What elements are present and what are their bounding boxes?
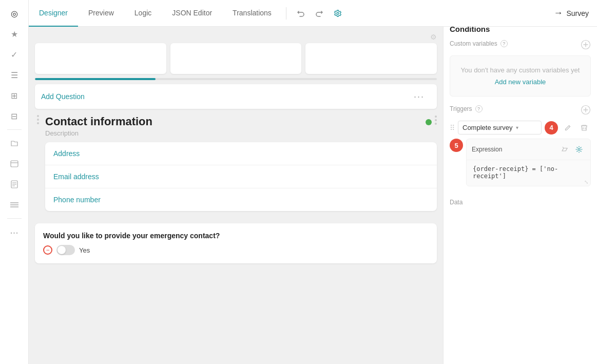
expression-row: 5 Expression {order-receipt} = ['no-rece… xyxy=(450,139,591,190)
resize-handle[interactable]: ⤡ xyxy=(584,179,588,185)
sidebar-icon-star[interactable]: ★ xyxy=(5,25,24,43)
redo-button[interactable] xyxy=(311,5,328,22)
section-more-icon[interactable] xyxy=(435,116,437,125)
trigger-edit-icon[interactable] xyxy=(561,121,574,135)
dot xyxy=(435,116,437,118)
canvas-cards-row xyxy=(35,43,437,74)
sidebar-icon-grid[interactable]: ⊞ xyxy=(5,86,24,105)
right-panel-body: Conditions Custom variables ? You don't … xyxy=(444,18,597,364)
add-question-button[interactable]: Add Question xyxy=(41,92,85,101)
dot xyxy=(435,123,437,125)
tab-preview[interactable]: Preview xyxy=(78,0,124,27)
toggle-knob xyxy=(57,246,66,254)
trigger-option-label: Complete survey xyxy=(463,124,513,131)
dot xyxy=(435,119,437,121)
nav-actions xyxy=(293,5,346,22)
sidebar-icon-doc[interactable] xyxy=(5,175,24,194)
step5-badge: 5 xyxy=(450,139,463,152)
expression-header: Expression xyxy=(467,139,590,160)
sidebar-icon-check[interactable]: ✓ xyxy=(5,45,24,64)
expression-action-buttons xyxy=(559,143,585,156)
section-description: Description xyxy=(45,129,152,137)
progress-bar-fill xyxy=(35,78,156,80)
add-question-row: Add Question ··· xyxy=(35,91,437,102)
expression-area: Expression {order-receipt} = ['no-receip… xyxy=(466,139,591,186)
section-header: Contact information Description xyxy=(45,115,437,137)
yes-toggle[interactable] xyxy=(56,245,75,255)
custom-variables-help-icon[interactable]: ? xyxy=(500,40,508,47)
trigger-chevron-icon: ▾ xyxy=(516,125,518,130)
section-drag-handle[interactable] xyxy=(35,115,41,217)
form-fields-section: Address Email address Phone number xyxy=(45,142,437,211)
add-new-variable-link[interactable]: Add new variable xyxy=(458,78,582,86)
drag-dot xyxy=(37,119,39,121)
section-status-indicator xyxy=(426,119,432,125)
tab-logic[interactable]: Logic xyxy=(124,0,162,27)
expression-label: Expression xyxy=(472,146,502,153)
canvas-card-3 xyxy=(305,43,437,74)
yes-option-row: − Yes xyxy=(43,245,429,255)
tab-json-editor[interactable]: JSON Editor xyxy=(162,0,222,27)
step4-badge: 4 xyxy=(545,121,558,135)
add-variable-icon-btn[interactable] xyxy=(581,40,591,51)
section-area: Contact information Description Address … xyxy=(35,115,437,217)
main-canvas: ⚙ Add Question ··· Contact information D… xyxy=(29,27,443,364)
left-sidebar: ◎ ★ ✓ ☰ ⊞ ⊟ ··· xyxy=(0,0,29,364)
drag-dot xyxy=(37,115,39,117)
bottom-question-text: Would you like to provide your emergency… xyxy=(43,232,429,240)
sidebar-icon-folder[interactable] xyxy=(5,134,24,152)
bottom-question-section: Would you like to provide your emergency… xyxy=(35,223,437,263)
add-question-bar: Add Question ··· xyxy=(35,84,437,109)
undo-button[interactable] xyxy=(293,5,309,22)
nav-right: → Survey xyxy=(550,5,597,22)
field-phone[interactable]: Phone number xyxy=(45,188,437,211)
right-panel: Conditions Custom variables ? You don't … xyxy=(443,0,597,364)
expression-gear-icon[interactable] xyxy=(573,143,585,156)
trigger-select[interactable]: Complete survey ▾ xyxy=(458,121,542,135)
sidebar-icon-target[interactable]: ◎ xyxy=(5,4,24,23)
trigger-drag-handle[interactable]: ⠿ xyxy=(450,124,455,132)
tab-translations[interactable]: Translations xyxy=(222,0,282,27)
data-section-label: Data xyxy=(450,195,591,206)
sidebar-divider-1 xyxy=(7,129,22,130)
settings-button[interactable] xyxy=(330,5,346,22)
yes-label: Yes xyxy=(79,246,90,254)
canvas-card-2 xyxy=(170,43,302,74)
sidebar-icon-card[interactable] xyxy=(5,155,24,173)
survey-label: Survey xyxy=(566,9,589,17)
svg-rect-0 xyxy=(11,161,18,167)
triggers-help-icon[interactable]: ? xyxy=(475,105,483,112)
canvas-gear-area: ⚙ xyxy=(35,33,437,41)
remove-option-button[interactable]: − xyxy=(43,245,52,255)
trigger-delete-icon[interactable] xyxy=(577,121,591,135)
field-email[interactable]: Email address xyxy=(45,165,437,188)
triggers-label: Triggers ? xyxy=(450,105,483,112)
sidebar-icon-stack[interactable]: ⊟ xyxy=(5,107,24,125)
top-nav: Designer Preview Logic JSON Editor Trans… xyxy=(29,0,597,27)
canvas-settings-icon[interactable]: ⚙ xyxy=(430,33,437,41)
custom-variables-label: Custom variables ? xyxy=(450,40,508,47)
nav-divider xyxy=(286,7,286,20)
drag-dot xyxy=(37,122,39,124)
tab-designer[interactable]: Designer xyxy=(29,0,78,27)
section-header-text: Contact information Description xyxy=(45,115,152,137)
collapse-panel-button[interactable]: → xyxy=(550,5,566,22)
custom-variables-header: Custom variables ? xyxy=(450,40,591,51)
progress-bar xyxy=(35,78,437,80)
add-trigger-icon-btn[interactable] xyxy=(581,105,591,117)
expression-clear-icon[interactable] xyxy=(559,143,571,156)
sidebar-divider-2 xyxy=(7,218,22,219)
sidebar-icon-more[interactable]: ··· xyxy=(5,223,24,241)
add-question-more-button[interactable]: ··· xyxy=(414,91,431,102)
canvas-card-1 xyxy=(35,43,166,74)
triggers-header: Triggers ? xyxy=(450,105,591,117)
section-content: Contact information Description Address … xyxy=(45,115,437,217)
section-title: Contact information xyxy=(45,115,152,128)
svg-line-17 xyxy=(563,147,564,148)
trigger-item-row: ⠿ Complete survey ▾ 4 xyxy=(450,121,591,135)
sidebar-icon-bars[interactable] xyxy=(5,196,24,214)
field-address[interactable]: Address xyxy=(45,142,437,165)
expression-code[interactable]: {order-receipt} = ['no-receipt'] ⤡ xyxy=(467,160,590,186)
sidebar-icon-list[interactable]: ☰ xyxy=(5,66,24,84)
svg-point-18 xyxy=(578,148,580,150)
